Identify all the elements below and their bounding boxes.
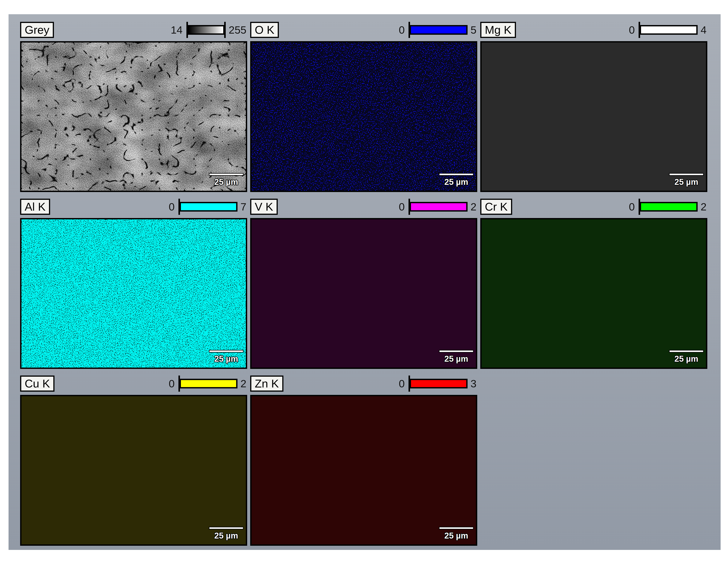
panel-cu-k: Cu K 0 2 25 µm (20, 375, 247, 546)
colorbar-max: 2 (241, 375, 246, 392)
sem-image-texture (21, 43, 246, 191)
scale-bar: 25 µm (439, 350, 474, 363)
panel-v-k: V K 0 2 25 µm (250, 199, 477, 369)
panel-zn-k-header: Zn K 0 3 (250, 375, 477, 392)
map-dot-layer (21, 219, 246, 367)
scale-bar: 25 µm (669, 350, 704, 363)
scale-bar-line (209, 350, 244, 352)
colorbar-swatch (410, 379, 468, 388)
eds-map-dots (21, 219, 246, 367)
eds-layered-maps-canvas: Grey 14 255 25 µm O K (9, 14, 721, 550)
scale-bar-line (439, 527, 474, 529)
colorbar-max: 255 (229, 22, 246, 38)
eds-map-dots (482, 219, 706, 367)
map-dot-layer (482, 219, 706, 367)
scale-bar-line (439, 350, 474, 352)
scale-bar-label: 25 µm (439, 531, 474, 540)
colorbar-max: 2 (471, 199, 476, 215)
map-dot-layer (252, 219, 476, 367)
sem-image: 25 µm (20, 41, 247, 192)
scale-bar-line (209, 527, 244, 529)
colorbar-group: 0 2 (169, 375, 246, 392)
scale-bar: 25 µm (439, 173, 474, 186)
colorbar-group: 0 7 (169, 199, 246, 215)
scale-bar: 25 µm (209, 527, 244, 540)
panel-cu-k-header: Cu K 0 2 (20, 375, 247, 392)
panel-cr-k: Cr K 0 2 25 µm (480, 199, 707, 369)
colorbar-min: 0 (399, 22, 405, 38)
colorbar-min: 14 (171, 22, 182, 38)
colorbar-min: 0 (169, 199, 175, 215)
colorbar-group: 0 2 (629, 199, 707, 215)
scale-bar-line (669, 173, 704, 176)
panel-al-k: Al K 0 7 25 µm (20, 199, 247, 369)
map-dot-layer (482, 43, 706, 191)
element-label-box: O K (250, 22, 279, 38)
eds-map-dots (482, 43, 706, 191)
element-label-box: Grey (20, 22, 54, 38)
eds-map-cr-k: 25 µm (480, 218, 707, 369)
element-label-box: Al K (20, 199, 50, 215)
colorbar-swatch (410, 202, 468, 212)
colorbar-swatch (180, 379, 237, 388)
eds-map-dots (21, 396, 246, 544)
colorbar-max: 5 (471, 22, 476, 38)
eds-map-dots (252, 43, 476, 191)
panel-grey-header: Grey 14 255 (20, 22, 247, 38)
panel-o-k: O K 0 5 25 µm (250, 22, 477, 192)
colorbar-grey-gradient (188, 25, 225, 35)
colorbar-max: 3 (471, 375, 476, 392)
eds-map-zn-k: 25 µm (250, 395, 477, 546)
scale-bar-label: 25 µm (439, 178, 474, 186)
scale-bar-label: 25 µm (669, 354, 704, 363)
scale-bar-label: 25 µm (209, 531, 244, 540)
map-dot-layer (252, 396, 476, 544)
element-label: V K (255, 200, 273, 213)
colorbar-max: 4 (701, 22, 707, 38)
scale-bar-line (669, 350, 704, 352)
eds-map-v-k: 25 µm (250, 218, 477, 369)
eds-map-o-k: 25 µm (250, 41, 477, 192)
element-label-box: Cu K (20, 375, 54, 392)
scale-bar-label: 25 µm (669, 178, 704, 186)
element-label-box: V K (250, 199, 278, 215)
scale-bar-line (209, 173, 244, 176)
element-label: Al K (25, 200, 46, 213)
colorbar-tick-right (224, 22, 226, 38)
eds-map-cu-k: 25 µm (20, 395, 247, 546)
colorbar-group: 0 2 (399, 199, 476, 215)
map-dot-layer (252, 43, 476, 191)
panel-al-k-header: Al K 0 7 (20, 199, 247, 215)
colorbar-min: 0 (629, 22, 635, 38)
colorbar-swatch (640, 25, 698, 35)
colorbar-max: 7 (241, 199, 246, 215)
panel-grey: Grey 14 255 25 µm (20, 22, 247, 192)
element-label-box: Cr K (480, 199, 512, 215)
eds-map-al-k: 25 µm (20, 218, 247, 369)
element-label: O K (255, 23, 274, 36)
panel-mg-k: Mg K 0 4 25 µm (480, 22, 707, 192)
scale-bar: 25 µm (209, 173, 244, 186)
scale-bar-label: 25 µm (209, 178, 244, 186)
element-label-box: Zn K (250, 375, 283, 392)
colorbar-group: 0 3 (399, 375, 476, 392)
panel-mg-k-header: Mg K 0 4 (480, 22, 707, 38)
element-label: Cr K (485, 200, 508, 213)
colorbar-group: 0 5 (399, 22, 476, 38)
colorbar-min: 0 (399, 375, 405, 392)
eds-map-mg-k: 25 µm (480, 41, 707, 192)
colorbar-swatch (180, 202, 237, 212)
sem-crack-lines (21, 43, 246, 191)
scale-bar: 25 µm (669, 173, 704, 186)
eds-map-dots (252, 219, 476, 367)
element-label: Zn K (255, 377, 279, 390)
element-label: Cu K (25, 377, 50, 390)
panel-v-k-header: V K 0 2 (250, 199, 477, 215)
colorbar-min: 0 (629, 199, 635, 215)
panel-cr-k-header: Cr K 0 2 (480, 199, 707, 215)
colorbar-min: 0 (399, 199, 405, 215)
scale-bar: 25 µm (209, 350, 244, 363)
colorbar-swatch (640, 202, 698, 212)
element-label-box: Mg K (480, 22, 516, 38)
colorbar-group: 0 4 (629, 22, 707, 38)
